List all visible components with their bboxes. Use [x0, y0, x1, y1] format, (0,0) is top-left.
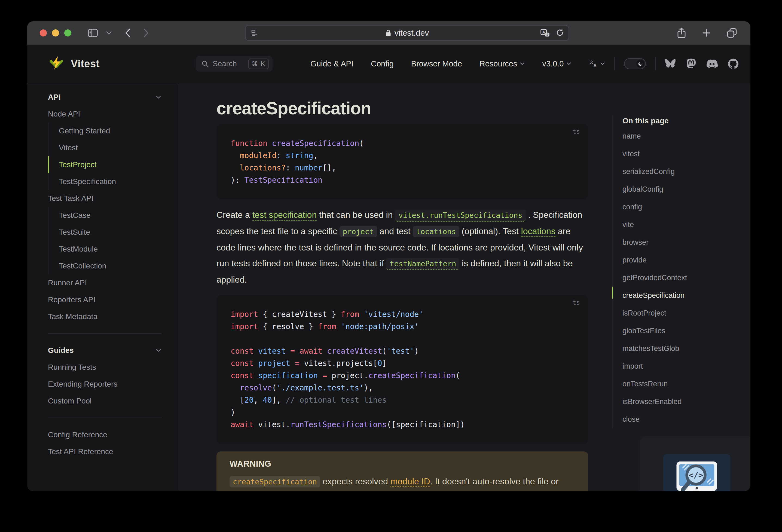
- translate-icon[interactable]: A 文: [540, 29, 550, 37]
- toc-item-browser[interactable]: browser: [623, 234, 750, 251]
- nav-config[interactable]: Config: [371, 59, 394, 68]
- tab-overview-icon[interactable]: [726, 28, 737, 38]
- chevron-down-icon: [155, 95, 162, 99]
- toc-item-isbrowserenabled[interactable]: isBrowserEnabled: [623, 393, 750, 411]
- search-shortcut-badge: ⌘ K: [248, 59, 269, 69]
- sidebar-item-testcase[interactable]: TestCase: [48, 207, 162, 224]
- search-input[interactable]: Search ⌘ K: [196, 56, 273, 72]
- inline-code: createSpecification: [229, 476, 320, 487]
- sidebar-toggle-icon[interactable]: [87, 28, 99, 38]
- warning-callout: WARNING createSpecification expects reso…: [216, 452, 588, 491]
- chevron-down-icon: [600, 62, 605, 65]
- code-line: ): [216, 406, 588, 419]
- translate-icon: 文 A: [589, 59, 598, 68]
- sidebar-item-getting-started[interactable]: Getting Started: [48, 122, 162, 139]
- inline-code: locations: [413, 226, 459, 237]
- minimize-window-button[interactable]: [52, 29, 59, 36]
- toc-item-vite[interactable]: vite: [623, 216, 750, 234]
- discord-icon[interactable]: [706, 59, 718, 68]
- divider: [48, 333, 162, 334]
- toc-item-getprovidedcontext[interactable]: getProvidedContext: [623, 269, 750, 287]
- toc-item-createspecification[interactable]: createSpecification: [623, 287, 750, 305]
- lock-icon: [385, 29, 391, 37]
- sidebar-section-api[interactable]: API: [48, 89, 162, 106]
- sidebar-item-test-api-reference[interactable]: Test API Reference: [48, 443, 162, 460]
- sidebar-item-extending-reporters[interactable]: Extending Reporters: [48, 376, 162, 393]
- sidebar-item-reporters-api[interactable]: Reporters API: [48, 291, 162, 308]
- code-line: ): TestSpecification: [216, 174, 588, 186]
- inline-link[interactable]: vitest.runTestSpecifications: [395, 210, 526, 222]
- url-text: vitest.dev: [246, 28, 569, 38]
- mastodon-icon[interactable]: [686, 59, 696, 69]
- forward-button-icon[interactable]: [143, 28, 150, 38]
- reload-icon[interactable]: [556, 29, 564, 37]
- toc-item-isrootproject[interactable]: isRootProject: [623, 305, 750, 322]
- back-button-icon[interactable]: [124, 28, 131, 38]
- new-tab-icon[interactable]: [701, 28, 711, 38]
- toc-item-serializedconfig[interactable]: serializedConfig: [623, 163, 750, 180]
- toc-item-close[interactable]: close: [623, 411, 750, 428]
- code-line: import { createVitest } from 'vitest/nod…: [216, 308, 588, 320]
- code-block-signature: ts function createSpecification( moduleI…: [216, 124, 588, 199]
- sidebar-item-test-task-api[interactable]: Test Task API: [48, 190, 162, 207]
- sidebar-item-runner-api[interactable]: Runner API: [48, 275, 162, 291]
- toc-item-matchestestglob[interactable]: matchesTestGlob: [623, 340, 750, 357]
- toc-item-config[interactable]: config: [623, 198, 750, 216]
- description-paragraph: Create a test specification that can be …: [216, 207, 588, 287]
- code-block-example: ts import { createVitest } from 'vitest/…: [216, 295, 588, 444]
- language-menu[interactable]: 文 A: [589, 59, 605, 68]
- header-nav: Search ⌘ K Guide & API Config Browser Mo…: [178, 45, 750, 83]
- sidebar-item-testproject[interactable]: TestProject: [48, 156, 162, 173]
- sponsor-card[interactable]: </>: [640, 436, 750, 491]
- warning-title: WARNING: [229, 459, 575, 469]
- sidebar-item-testsuite[interactable]: TestSuite: [48, 224, 162, 241]
- address-bar[interactable]: vitest.dev A 文: [245, 25, 569, 41]
- toc-item-ontestsrerun[interactable]: onTestsRerun: [623, 375, 750, 393]
- toc-item-provide[interactable]: provide: [623, 251, 750, 269]
- inline-link[interactable]: test specification: [252, 210, 317, 221]
- code-line: resolve('./example.test.ts'),: [216, 382, 588, 394]
- sidebar-item-running-tests[interactable]: Running Tests: [48, 359, 162, 376]
- toc-item-globalconfig[interactable]: globalConfig: [623, 180, 750, 198]
- code-line: [216, 333, 588, 345]
- toc-item-import[interactable]: import: [623, 357, 750, 375]
- sidebar-item-testcollection[interactable]: TestCollection: [48, 257, 162, 275]
- text-segment: (optional). Test: [459, 226, 521, 236]
- tab-group-chevron-icon[interactable]: [106, 31, 112, 35]
- zoom-window-button[interactable]: [64, 29, 71, 36]
- toc-item-vitest[interactable]: vitest: [623, 145, 750, 163]
- text-segment: expects resolved: [320, 476, 390, 486]
- toc-item-name[interactable]: name: [623, 128, 750, 145]
- sidebar-item-custom-pool[interactable]: Custom Pool: [48, 393, 162, 410]
- code-line: const project = vitest.projects[0]: [216, 357, 588, 369]
- close-window-button[interactable]: [40, 29, 47, 36]
- github-icon[interactable]: [728, 59, 739, 69]
- share-icon[interactable]: [677, 27, 686, 39]
- svg-text:A: A: [593, 63, 597, 68]
- sidebar-item-node-api[interactable]: Node API: [48, 106, 162, 122]
- sidebar-item-task-metadata[interactable]: Task Metadata: [48, 308, 162, 325]
- sidebar-item-config-reference[interactable]: Config Reference: [48, 426, 162, 443]
- sidebar-item-testmodule[interactable]: TestModule: [48, 241, 162, 257]
- inline-link[interactable]: testNamePattern: [386, 258, 459, 270]
- sidebar-item-vitest[interactable]: Vitest: [48, 139, 162, 156]
- inline-link[interactable]: module ID: [390, 476, 430, 487]
- url-domain: vitest.dev: [395, 28, 429, 38]
- toc-item-globtestfiles[interactable]: globTestFiles: [623, 322, 750, 340]
- divider: [614, 57, 615, 70]
- nav-version[interactable]: v3.0.0: [542, 59, 571, 68]
- logo-area[interactable]: Vitest: [27, 45, 178, 83]
- sidebar-item-testspecification[interactable]: TestSpecification: [48, 173, 162, 190]
- code-line: await vitest.runTestSpecifications([spec…: [216, 419, 588, 431]
- theme-toggle[interactable]: [624, 58, 646, 69]
- code-line: import { resolve } from 'node:path/posix…: [216, 320, 588, 333]
- inline-link[interactable]: locations: [521, 226, 556, 237]
- nav-guide-api[interactable]: Guide & API: [310, 59, 353, 68]
- nav-resources[interactable]: Resources: [479, 59, 525, 68]
- bluesky-icon[interactable]: [665, 59, 676, 69]
- divider: [48, 418, 162, 418]
- sidebar-section-guides[interactable]: Guides: [48, 342, 162, 359]
- nav-browser-mode[interactable]: Browser Mode: [411, 59, 462, 68]
- inline-code: project: [340, 226, 377, 237]
- traffic-lights: [40, 29, 71, 36]
